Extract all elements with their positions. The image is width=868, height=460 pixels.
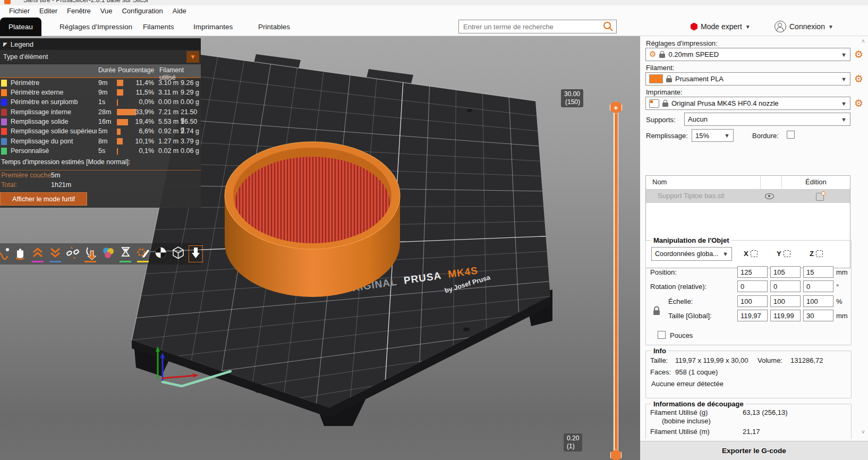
prusaslicer-window: Sans titre - PrusaSlicer-2.8.1 basé sur … bbox=[0, 0, 868, 460]
feature-duration: 1s bbox=[98, 98, 105, 106]
value-x-input[interactable] bbox=[737, 310, 768, 321]
value-x-input[interactable] bbox=[737, 280, 768, 292]
value-z-input[interactable] bbox=[803, 266, 833, 278]
view-type-dropdown[interactable]: Type d'élément ▼ bbox=[0, 50, 201, 64]
value-z-input[interactable] bbox=[803, 280, 833, 292]
export-gcode-button[interactable]: Exporter le G-code bbox=[640, 441, 868, 460]
print-settings-combo[interactable]: ⚙ 0.20mm SPEED ▼ bbox=[645, 48, 850, 61]
total-label: Total: bbox=[1, 181, 17, 189]
wireframe-cube-icon[interactable] bbox=[171, 245, 185, 262]
print-settings-edit-gear-icon[interactable]: ⚙ bbox=[854, 49, 863, 59]
chevrons-up-icon[interactable] bbox=[31, 245, 45, 262]
layer-slider-top-tooltip: 30.00 (150) bbox=[561, 89, 583, 107]
manipulation-title: Manipulation de l'Objet bbox=[651, 236, 731, 244]
value-z-input[interactable] bbox=[803, 295, 833, 307]
color-blend-icon[interactable] bbox=[101, 245, 115, 262]
feature-filament-m: 1.27 m bbox=[158, 138, 178, 145]
value-x-input[interactable] bbox=[737, 266, 768, 278]
stealth-mode-button[interactable]: Afficher le mode furtif bbox=[0, 192, 87, 206]
preview-feature-toolbar bbox=[0, 243, 201, 265]
hand-icon[interactable] bbox=[13, 245, 28, 262]
percent-bar bbox=[117, 119, 128, 125]
menu-vue[interactable]: Vue bbox=[96, 6, 117, 16]
errors-value: Aucune erreur détectée bbox=[651, 380, 724, 388]
axis-box-icon bbox=[751, 250, 758, 257]
tab-plateau[interactable]: Plateau bbox=[0, 18, 41, 36]
nozzle-marker-icon[interactable] bbox=[189, 245, 203, 262]
object-edit-icon[interactable] bbox=[816, 193, 824, 201]
percent-bar bbox=[117, 148, 118, 155]
tab-imprimantes[interactable]: Imprimantes bbox=[185, 18, 241, 36]
inches-checkbox[interactable] bbox=[658, 331, 666, 339]
infill-combo[interactable]: 15% ▼ bbox=[692, 129, 734, 142]
view-type-label: Type d'élément bbox=[3, 53, 48, 61]
tab-filaments[interactable]: Filaments bbox=[134, 18, 183, 36]
value-x-input[interactable] bbox=[737, 295, 768, 307]
right-sidebar: ˄ ˅ Réglages d'impression: ⚙ 0.20mm SPEE… bbox=[640, 36, 868, 441]
user-icon bbox=[775, 21, 786, 32]
mode-expert-dropdown[interactable]: Mode expert ▼ bbox=[691, 21, 751, 32]
percent-bar bbox=[117, 80, 123, 86]
value-y-input[interactable] bbox=[770, 295, 801, 307]
filament-m-label: Filament Utilisé (m) bbox=[650, 428, 710, 436]
coords-combo[interactable]: Coordonnées globa... ▼ bbox=[651, 247, 732, 261]
feature-color-swatch bbox=[1, 89, 7, 96]
filament-edit-gear-icon[interactable]: ⚙ bbox=[854, 74, 863, 84]
dropdown-arrow-button[interactable]: ▼ bbox=[186, 51, 199, 63]
feature-label: Périmètre bbox=[11, 79, 97, 87]
sliced-object-cylinder[interactable] bbox=[225, 142, 400, 297]
unlink-icon[interactable] bbox=[66, 245, 80, 262]
feature-filament-g: 9.29 g bbox=[181, 89, 199, 96]
lock-icon bbox=[666, 75, 672, 82]
retraction-arrow-icon[interactable] bbox=[83, 245, 98, 262]
size-label: Taille: bbox=[650, 356, 668, 364]
tab-reglages-impression[interactable]: Réglages d'Impression bbox=[51, 18, 141, 36]
menu-fichier[interactable]: Fichier bbox=[4, 6, 35, 16]
tab-printables[interactable]: Printables bbox=[250, 18, 299, 36]
lock-icon bbox=[659, 51, 665, 58]
seam-ball-icon[interactable] bbox=[154, 245, 168, 262]
faces-label: Faces: bbox=[650, 368, 671, 376]
search-input[interactable] bbox=[459, 23, 602, 31]
menu-aide[interactable]: Aide bbox=[168, 6, 191, 16]
menu-editer[interactable]: Editer bbox=[35, 6, 62, 16]
hourglass-icon[interactable] bbox=[118, 245, 133, 262]
visibility-eye-icon[interactable] bbox=[765, 193, 774, 199]
brim-checkbox[interactable] bbox=[787, 131, 795, 139]
filament-combo[interactable]: Prusament PLA ▼ bbox=[645, 72, 850, 86]
feature-color-swatch bbox=[1, 80, 7, 87]
first-layer-label: Première couche: bbox=[1, 172, 53, 179]
total-time-row: Total: 1h21m bbox=[0, 181, 201, 191]
search-box[interactable] bbox=[458, 20, 617, 33]
legend-header[interactable]: ◤ Legend bbox=[0, 38, 201, 50]
scale-lock-icon[interactable] bbox=[652, 306, 661, 316]
value-y-input[interactable] bbox=[770, 280, 801, 292]
menu-configuration[interactable]: Configuration bbox=[117, 6, 167, 16]
scroll-up-icon[interactable]: ˄ bbox=[862, 38, 865, 44]
underline bbox=[49, 261, 61, 262]
menu-fenetre[interactable]: Fenêtre bbox=[62, 6, 96, 16]
scroll-down-icon[interactable]: ˅ bbox=[862, 429, 865, 435]
object-row[interactable]: Support Tiptoe bas.stl bbox=[646, 190, 850, 203]
feature-label: Remplissage solide bbox=[11, 118, 97, 125]
search-icon[interactable] bbox=[602, 21, 614, 32]
chevrons-down-icon[interactable] bbox=[48, 245, 63, 262]
row-label: Position: bbox=[650, 268, 677, 276]
value-y-input[interactable] bbox=[770, 310, 801, 321]
printer-edit-gear-icon[interactable]: ⚙ bbox=[854, 98, 863, 108]
value-y-input[interactable] bbox=[770, 266, 801, 278]
row-unit: mm bbox=[836, 268, 848, 276]
faces-value: 958 (1 coque) bbox=[675, 368, 718, 376]
collapse-arrow-icon: ◤ bbox=[3, 41, 7, 47]
3d-viewport[interactable]: ORIGINAL PRUSA MK4S by Josef Prusa bbox=[0, 36, 640, 460]
print-settings-label: Réglages d'impression: bbox=[646, 39, 718, 47]
printer-combo[interactable]: Original Prusa MK4S HF0.4 nozzle ▼ bbox=[645, 97, 850, 110]
layer-slider-track[interactable] bbox=[614, 104, 618, 457]
supports-combo[interactable]: Aucun ▼ bbox=[684, 113, 850, 126]
login-dropdown[interactable]: Connexion ▼ bbox=[775, 21, 833, 32]
travel-paths-icon[interactable] bbox=[0, 245, 10, 262]
edit-gcode-icon[interactable] bbox=[136, 245, 150, 262]
value-z-input[interactable] bbox=[803, 310, 833, 321]
bed-screw-hole bbox=[463, 327, 470, 331]
app-logo-icon bbox=[4, 0, 11, 4]
